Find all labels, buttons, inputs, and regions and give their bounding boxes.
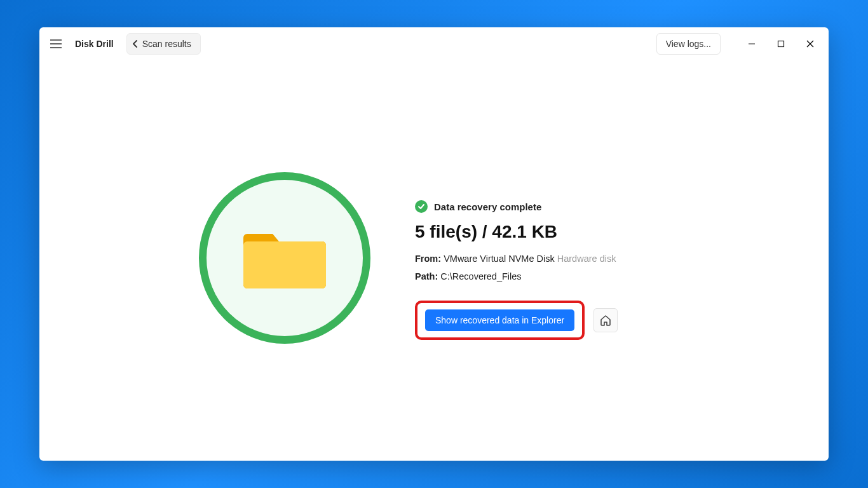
window-controls — [737, 34, 825, 54]
menu-button[interactable] — [46, 34, 66, 54]
success-check-icon — [415, 200, 428, 213]
back-button[interactable]: Scan results — [126, 33, 201, 55]
path-line: Path: C:\Recovered_Files — [415, 271, 669, 281]
from-extra: Hardware disk — [557, 254, 616, 264]
folder-icon — [243, 225, 326, 291]
from-label: From: — [415, 254, 441, 264]
maximize-button[interactable] — [766, 34, 796, 54]
path-value: C:\Recovered_Files — [440, 271, 521, 281]
close-button[interactable] — [796, 34, 825, 54]
hamburger-icon — [50, 39, 62, 48]
from-line: From: VMware Virtual NVMe Disk Hardware … — [415, 254, 669, 264]
chevron-left-icon — [132, 40, 139, 48]
highlight-annotation: Show recovered data in Explorer — [415, 301, 585, 340]
view-logs-label: View logs... — [666, 39, 711, 49]
home-button[interactable] — [593, 308, 618, 332]
from-value: VMware Virtual NVMe Disk — [444, 254, 555, 264]
app-title: Disk Drill — [71, 39, 118, 49]
recovery-summary: 5 file(s) / 42.1 KB — [415, 222, 669, 242]
result-panel: Data recovery complete 5 file(s) / 42.1 … — [415, 175, 669, 340]
content-area: Data recovery complete 5 file(s) / 42.1 … — [39, 60, 829, 461]
back-button-label: Scan results — [142, 39, 191, 49]
view-logs-button[interactable]: View logs... — [656, 33, 721, 55]
maximize-icon — [777, 40, 785, 48]
show-in-explorer-label: Show recovered data in Explorer — [435, 315, 564, 325]
actions-row: Show recovered data in Explorer — [415, 301, 669, 340]
minimize-icon — [748, 40, 756, 48]
titlebar: Disk Drill Scan results View logs... — [39, 27, 829, 60]
minimize-button[interactable] — [737, 34, 766, 54]
path-label: Path: — [415, 271, 438, 281]
app-window: Disk Drill Scan results View logs... — [39, 27, 829, 461]
show-in-explorer-button[interactable]: Show recovered data in Explorer — [425, 309, 574, 331]
svg-rect-0 — [778, 41, 784, 47]
close-icon — [806, 40, 814, 48]
success-illustration — [199, 172, 370, 344]
home-icon — [599, 314, 612, 327]
status-row: Data recovery complete — [415, 200, 669, 213]
status-text: Data recovery complete — [434, 201, 541, 212]
